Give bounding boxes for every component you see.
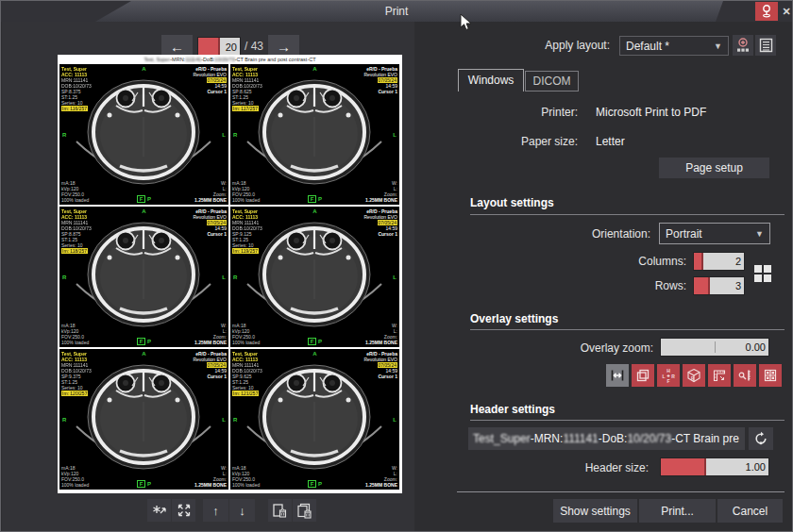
chevron-down-icon: ▼ bbox=[714, 42, 722, 51]
cell-dob: DOB:10/20/73 bbox=[61, 83, 92, 89]
header-settings-title: Header settings bbox=[470, 403, 555, 416]
save-layout-button[interactable] bbox=[733, 35, 753, 56]
orientation-letters-icon: H L R F bbox=[661, 368, 676, 383]
cancel-button[interactable]: Cancel bbox=[717, 499, 783, 523]
pin-window-button[interactable] bbox=[755, 2, 778, 21]
cell-kernel: 1.25MM BONE bbox=[194, 482, 227, 488]
orientation-feet-label: F bbox=[308, 195, 316, 203]
arrow-down-icon: ↓ bbox=[239, 504, 245, 518]
cell-overlay-top-right: eR/D - Prueba Revolution EVO 07/05/24 14… bbox=[363, 208, 397, 237]
orientation-left-label: L bbox=[393, 132, 396, 138]
header-mrn-value: 111141 bbox=[563, 432, 598, 445]
columns-spinner-value: 2 bbox=[703, 253, 744, 270]
page-total-label: / 43 bbox=[245, 40, 263, 53]
cell-image-number: Im: 121/257 bbox=[232, 391, 259, 396]
ct-image-cell[interactable]: Test, Super ACC: 11113 MRN:111141 DOB:10… bbox=[230, 349, 399, 490]
cell-image-number: Im: 117/257 bbox=[232, 106, 259, 111]
close-button[interactable]: ✕ bbox=[779, 2, 793, 21]
columns-spinner[interactable]: 2 bbox=[693, 252, 745, 271]
rows-spinner-fill bbox=[694, 277, 710, 294]
orientation-anterior-label: A bbox=[142, 66, 145, 72]
toggle-overlay-fit-button[interactable] bbox=[606, 364, 629, 387]
toggle-grid-overlay-button[interactable] bbox=[759, 364, 782, 387]
orientation-posterior-label: FP bbox=[137, 339, 151, 344]
rows-spinner-value: 3 bbox=[710, 277, 744, 294]
layout-list-button[interactable] bbox=[755, 35, 776, 56]
header-size-spinner-value: 1.00 bbox=[706, 458, 768, 475]
fit-width-icon bbox=[610, 368, 625, 383]
ct-image-cell[interactable]: Test, Super ACC: 11113 MRN:111141 DOB:10… bbox=[59, 64, 228, 205]
apply-layout-dropdown[interactable]: Default * ▼ bbox=[619, 36, 729, 56]
orientation-posterior-letter: P bbox=[147, 196, 151, 202]
overlay-zoom-label: Overlay zoom: bbox=[581, 341, 653, 355]
cell-overlay-bottom-left: mA:18 kVp:120 FOV:250.0 100% loaded bbox=[61, 465, 89, 488]
arrow-right-icon: → bbox=[277, 39, 291, 55]
rows-spinner[interactable]: 3 bbox=[693, 276, 745, 295]
grid-layout-button[interactable] bbox=[750, 260, 776, 287]
cell-image-number: Im: 119/257 bbox=[232, 248, 259, 254]
footer-divider bbox=[457, 491, 785, 492]
cell-date: 07/05/24 bbox=[378, 362, 397, 368]
ct-image-cell[interactable]: Test, Super ACC: 11113 MRN:111141 DOB:10… bbox=[59, 207, 228, 347]
svg-text:R: R bbox=[671, 374, 675, 379]
orientation-right-label: R bbox=[62, 417, 66, 423]
toggle-overlay-frames-button[interactable] bbox=[632, 364, 654, 387]
toggle-orientation-letters-button[interactable]: H L R F bbox=[657, 364, 680, 387]
delete-page-icon bbox=[272, 503, 288, 519]
header-size-spinner[interactable]: 1.00 bbox=[660, 457, 769, 476]
move-page-up-button[interactable]: ↑ bbox=[203, 499, 228, 522]
orientation-anterior-label: A bbox=[312, 351, 316, 357]
ct-image-cell[interactable]: Test, Super ACC: 11113 MRN:111141 DOB:10… bbox=[59, 349, 228, 490]
orientation-cube-icon: R bbox=[686, 368, 701, 383]
print-button[interactable]: Print... bbox=[639, 499, 716, 523]
orientation-posterior-label: FP bbox=[137, 481, 151, 487]
ct-image-cell[interactable]: Test, Super ACC: 11113 MRN:111141 DOB:10… bbox=[230, 207, 399, 347]
orientation-feet-label: F bbox=[308, 480, 316, 488]
toggle-ruler-button[interactable] bbox=[708, 364, 731, 387]
ruler-icon bbox=[712, 368, 727, 383]
delete-all-pages-button[interactable] bbox=[293, 499, 316, 522]
print-preview-page[interactable]: Test, Super-MRN:111141-DoB:10/20/73-CT B… bbox=[58, 55, 402, 493]
toggle-measurements-button[interactable] bbox=[734, 364, 756, 387]
delete-page-button[interactable] bbox=[268, 499, 292, 522]
move-page-down-button[interactable]: ↓ bbox=[229, 499, 255, 522]
cell-overlay-top-right: eR/D - Prueba Revolution EVO 07/05/24 14… bbox=[193, 351, 227, 379]
actual-size-icon bbox=[152, 503, 167, 518]
page-number-spinner[interactable]: 20 bbox=[197, 37, 241, 57]
orientation-anterior-label: A bbox=[142, 208, 145, 214]
arrow-up-icon: ↑ bbox=[212, 504, 219, 518]
reset-header-button[interactable] bbox=[749, 427, 773, 450]
orientation-dropdown[interactable]: Portrait ▼ bbox=[659, 223, 770, 244]
orientation-posterior-letter: P bbox=[147, 481, 151, 487]
cell-overlay-top-right: eR/D - Prueba Revolution EVO 07/05/24 14… bbox=[363, 66, 397, 94]
pin-icon bbox=[761, 5, 772, 18]
cell-loaded: 100% loaded bbox=[232, 482, 260, 488]
page-setup-button[interactable]: Page setup bbox=[659, 158, 769, 178]
header-text-input[interactable]: Test_Super-MRN:111141-DoB:10/20/73-CT Br… bbox=[468, 427, 745, 450]
cell-dob: DOB:10/20/73 bbox=[232, 225, 262, 231]
orientation-feet-label: F bbox=[308, 338, 316, 345]
cell-image-number: Im: 116/257 bbox=[61, 106, 88, 111]
cell-overlay-top-left: Test, Super ACC: 11113 MRN:111141 DOB:10… bbox=[61, 208, 92, 254]
close-icon: ✕ bbox=[782, 6, 790, 18]
page-spinner-value: 20 bbox=[220, 38, 240, 56]
orientation-posterior-label: FP bbox=[308, 481, 322, 487]
fit-to-window-button[interactable] bbox=[172, 499, 195, 522]
orientation-label: Orientation: bbox=[592, 227, 650, 241]
actual-size-button[interactable] bbox=[147, 499, 171, 522]
cell-dob: DOB:10/20/73 bbox=[61, 368, 92, 374]
header-dob-label: -DoB: bbox=[599, 432, 628, 445]
toggle-orientation-cube-button[interactable]: R bbox=[683, 364, 705, 387]
tab-windows[interactable]: Windows bbox=[458, 69, 524, 91]
ct-image-cell[interactable]: Test, Super ACC: 11113 MRN:111141 DOB:10… bbox=[230, 64, 399, 205]
dob-label: -DoB: bbox=[201, 57, 214, 62]
cell-overlay-bottom-right: W: L: Zoom: 1.25MM BONE bbox=[194, 323, 227, 345]
printer-label: Printer: bbox=[541, 106, 578, 119]
cell-overlay-top-left: Test, Super ACC: 11113 MRN:111141 DOB:10… bbox=[232, 208, 262, 254]
overlay-zoom-spinner[interactable]: 0.00 bbox=[660, 338, 769, 357]
tab-dicom[interactable]: DICOM bbox=[525, 71, 579, 91]
show-settings-button[interactable]: Show settings bbox=[553, 499, 637, 523]
cell-cursor-label: Cursor 1 bbox=[193, 374, 227, 379]
cell-kernel: 1.25MM BONE bbox=[194, 340, 227, 345]
cell-kernel: 1.25MM BONE bbox=[365, 340, 397, 345]
